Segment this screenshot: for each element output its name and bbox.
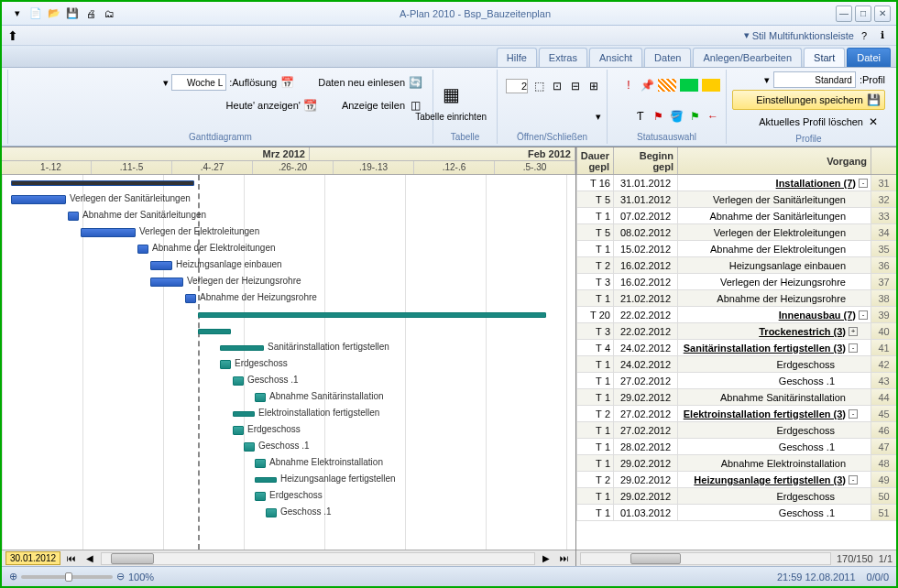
table-row[interactable]: 49 -Heizungsanlage fertigstellen (3) 29.…: [576, 472, 896, 488]
tab-create-edit[interactable]: Anlegen/Bearbeiten: [693, 48, 802, 67]
tab-data[interactable]: Daten: [644, 48, 691, 67]
maximize-icon[interactable]: □: [855, 5, 871, 22]
profile-select[interactable]: [773, 71, 856, 88]
arrow-icon[interactable]: ←: [706, 109, 720, 124]
gantt-bar[interactable]: [233, 411, 255, 417]
table-row[interactable]: 32 Verlegen der Sanitärleitungen 31.01.2…: [576, 191, 896, 208]
gantt-bar[interactable]: [81, 228, 136, 237]
tree-close-icon[interactable]: ⊟: [568, 79, 583, 93]
tree-open-icon[interactable]: ⊞: [586, 79, 601, 93]
open-icon[interactable]: 📂: [46, 5, 62, 22]
chevron-down-icon[interactable]: ▾: [596, 111, 601, 123]
col-duration[interactable]: Dauer gepl: [576, 147, 613, 174]
chevron-down-icon[interactable]: ▾: [764, 74, 770, 86]
save-icon[interactable]: 💾: [64, 5, 81, 22]
table-row[interactable]: 39 -Innenausbau (7) 22.02.2012 20 T: [576, 307, 896, 323]
gantt-bar[interactable]: [137, 245, 148, 254]
table-row[interactable]: 33 Abnahme der Sanitärleitungen 07.02.20…: [576, 208, 896, 224]
table-row[interactable]: 42 Erdgeschoss 24.02.2012 1 T: [576, 356, 896, 373]
table-row[interactable]: 41 -Sanitärinstallation fertigstellen (3…: [576, 340, 896, 356]
table-row[interactable]: 31 -Installationen (7) 31.01.2012 16 T: [576, 175, 896, 191]
table-row[interactable]: 36 Heizungsanlage einbauen 16.02.2012 2 …: [576, 257, 896, 274]
gantt-bar[interactable]: [198, 329, 231, 334]
gantt-bar[interactable]: [255, 492, 266, 501]
zoom-slider[interactable]: [21, 575, 113, 579]
table-row[interactable]: 43 1. Geschoss 27.02.2012 1 T: [576, 373, 896, 389]
delete-profile-button[interactable]: ✕ Aktuelles Profil löschen: [732, 112, 885, 132]
pin-icon[interactable]: 📌: [640, 78, 654, 93]
gantt-bar[interactable]: [185, 294, 196, 303]
table-row[interactable]: 51 1. Geschoss 01.03.2012 1 T: [576, 505, 896, 521]
gantt-bar[interactable]: [198, 312, 546, 318]
table-row[interactable]: 46 Erdgeschoss 27.02.2012 1 T: [576, 422, 896, 439]
table-row[interactable]: 34 Verlegen der Elektroleitungen 08.02.2…: [576, 224, 896, 241]
gantt-body[interactable]: Verlegen der SanitärleitungenAbnahme der…: [2, 175, 575, 550]
collapse-icon[interactable]: -: [859, 310, 868, 320]
gantt-bar[interactable]: [150, 261, 172, 270]
tab-start[interactable]: Start: [804, 48, 845, 67]
collapse-icon[interactable]: -: [849, 343, 858, 353]
nav-prev-icon[interactable]: ◀: [82, 552, 97, 565]
tab-help[interactable]: Hilfe: [497, 48, 537, 67]
level-input[interactable]: [506, 79, 528, 93]
status-green-icon[interactable]: [680, 79, 698, 92]
menu-icon[interactable]: ▾: [9, 5, 26, 22]
tab-file[interactable]: Datei: [847, 48, 891, 67]
bolt-icon[interactable]: !: [621, 78, 636, 93]
zoom-out-icon[interactable]: ⊖: [116, 571, 125, 583]
gantt-bar[interactable]: [233, 426, 244, 435]
minimize-icon[interactable]: —: [836, 5, 852, 22]
table-row[interactable]: 48 Abnahme Elektroinstallation 29.02.201…: [576, 455, 896, 472]
gantt-bar[interactable]: [255, 477, 277, 483]
gantt-bar[interactable]: [244, 442, 255, 452]
split-view-button[interactable]: ◫ Anzeige teilen: [337, 95, 427, 115]
expand-icon[interactable]: +: [849, 327, 858, 336]
gantt-bar[interactable]: [255, 393, 266, 402]
gantt-bar[interactable]: [11, 195, 66, 204]
flag-green-icon[interactable]: ⚑: [687, 109, 702, 124]
collapse-ribbon-icon[interactable]: ⬆: [7, 28, 18, 43]
gantt-hscroll[interactable]: [101, 552, 535, 565]
collapse-icon[interactable]: -: [859, 179, 868, 188]
table-row[interactable]: 35 Abnahme der Elektroleitungen 15.02.20…: [576, 241, 896, 257]
table-row[interactable]: 47 1. Geschoss 28.02.2012 1 T: [576, 439, 896, 455]
level-icon[interactable]: ⬚: [531, 79, 546, 93]
gantt-bar[interactable]: [233, 376, 244, 386]
gantt-bar[interactable]: [255, 459, 266, 468]
table-row[interactable]: 40 +Trockenestrich (3) 22.02.2012 3 T: [576, 323, 896, 340]
gantt-bar[interactable]: [220, 345, 264, 351]
status-yellow-icon[interactable]: [702, 79, 720, 92]
resolution-select[interactable]: 📅 Auflösung: ▾: [159, 71, 299, 93]
table-row[interactable]: 38 Abnahme der Heizungsrohre 21.02.2012 …: [576, 290, 896, 307]
table-hscroll[interactable]: [580, 552, 831, 565]
collapse-icon[interactable]: -: [849, 409, 858, 419]
table-row[interactable]: 37 Verlegen der Heizungsrohre 16.02.2012…: [576, 274, 896, 290]
table-row[interactable]: 44 Abnahme Sanitärinstallation 29.02.201…: [576, 389, 896, 406]
text-icon[interactable]: Ƭ: [632, 109, 647, 124]
status-striped-icon[interactable]: [658, 79, 676, 92]
tree-icon[interactable]: ⊡: [550, 79, 564, 93]
nav-last-icon[interactable]: ⏭: [557, 552, 572, 565]
nav-first-icon[interactable]: ⏮: [64, 552, 79, 565]
flag-red-icon[interactable]: ⚑: [651, 109, 665, 124]
gantt-bar[interactable]: [220, 360, 231, 369]
col-task[interactable]: Vorgang: [677, 147, 871, 174]
tab-view[interactable]: Ansicht: [589, 48, 642, 67]
save-settings-button[interactable]: 💾 Einstellungen speichern: [732, 90, 885, 110]
gantt-bar[interactable]: [11, 180, 194, 186]
style-dropdown[interactable]: Stil Multifunktionsleiste ▾: [744, 29, 854, 41]
show-today-button[interactable]: 📆 'Heute' anzeigen: [222, 95, 323, 115]
close-icon[interactable]: ✕: [874, 5, 891, 22]
resolution-input[interactable]: [171, 74, 226, 91]
print-icon[interactable]: 🖨: [82, 5, 99, 22]
collapse-icon[interactable]: -: [849, 475, 858, 485]
question-icon[interactable]: ?: [856, 27, 872, 44]
help-icon[interactable]: ℹ: [874, 27, 891, 44]
col-rownum[interactable]: [871, 147, 896, 174]
table-row[interactable]: 50 Erdgeschoss 29.02.2012 1 T: [576, 488, 896, 505]
col-begin[interactable]: Beginn gepl: [613, 147, 677, 174]
paint-icon[interactable]: 🪣: [669, 109, 684, 124]
gantt-bar[interactable]: [150, 278, 183, 287]
gantt-bar[interactable]: [68, 212, 79, 221]
table-row[interactable]: 45 -Elektroinstallation fertigstellen (3…: [576, 406, 896, 422]
